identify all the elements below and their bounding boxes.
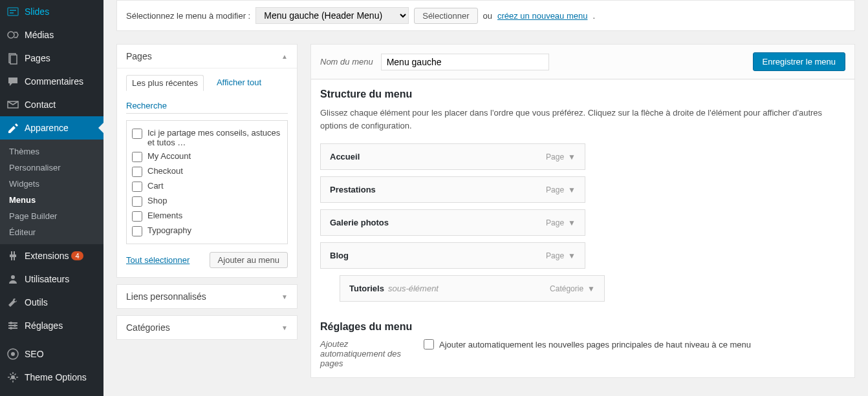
menu-item-blog[interactable]: Blog Page▼: [320, 242, 585, 269]
sidebar-item-slides[interactable]: Slides: [0, 0, 103, 23]
sidebar-item-label: Médias: [25, 30, 54, 40]
slides-icon: [6, 5, 19, 18]
menu-select-row: Sélectionnez le menu à modifier : Menu g…: [116, 0, 855, 31]
page-checkbox[interactable]: [132, 129, 142, 139]
svg-point-15: [11, 352, 15, 356]
sidebar-item-media[interactable]: Médias: [0, 23, 103, 47]
page-checkbox[interactable]: [132, 211, 142, 222]
page-checkbox[interactable]: [132, 167, 142, 177]
sidebar-item-contact[interactable]: Contact: [0, 93, 103, 116]
sidebar-item-seo[interactable]: SEO: [0, 342, 103, 366]
pages-panel-title: Pages: [126, 51, 152, 61]
auto-add-checkbox-label[interactable]: Ajouter automatiquement les nouvelles pa…: [424, 339, 751, 349]
pages-icon: [6, 52, 19, 65]
sidebar-item-label: Apparence: [25, 123, 69, 133]
menu-select-label: Sélectionnez le menu à modifier :: [126, 11, 250, 21]
structure-title: Structure du menu: [320, 89, 845, 100]
chevron-down-icon[interactable]: ▼: [568, 185, 576, 194]
sidebar-item-label: Utilisateurs: [25, 274, 69, 284]
sidebar-item-theme-options[interactable]: Theme Options: [0, 366, 103, 389]
submenu-menus[interactable]: Menus: [0, 192, 103, 208]
auto-add-checkbox[interactable]: [424, 339, 434, 349]
tab-recent[interactable]: Les plus récentes: [126, 75, 204, 91]
categories-panel-title: Catégories: [126, 322, 170, 333]
submenu-themes[interactable]: Thèmes: [0, 143, 103, 160]
settings-title: Réglages du menu: [320, 321, 845, 333]
submenu-editor[interactable]: Éditeur: [0, 224, 103, 240]
pages-tabs: Les plus récentes Afficher tout Recherch…: [126, 75, 288, 114]
links-panel-header[interactable]: Liens personnalisés ▼: [117, 285, 297, 308]
sidebar-item-appearance[interactable]: Apparence: [0, 116, 103, 140]
accordion-column: Pages ▲ Les plus récentes Afficher tout …: [116, 44, 298, 378]
sidebar-item-users[interactable]: Utilisateurs: [0, 267, 103, 291]
pages-checklist[interactable]: Ici je partage mes conseils, astuces et …: [126, 120, 288, 244]
page-checkbox[interactable]: [132, 182, 142, 192]
menu-name-label: Nom du menu: [320, 57, 373, 67]
tab-search[interactable]: Recherche: [126, 98, 172, 113]
add-to-menu-button[interactable]: Ajouter au menu: [210, 252, 288, 268]
chevron-down-icon[interactable]: ▼: [568, 251, 576, 260]
save-menu-button[interactable]: Enregistrer le menu: [753, 52, 845, 71]
caret-down-icon: ▼: [281, 324, 288, 331]
svg-point-13: [10, 327, 12, 329]
svg-point-11: [10, 322, 12, 324]
page-item[interactable]: Cart: [132, 179, 282, 194]
categories-panel-header[interactable]: Catégories ▼: [117, 316, 297, 339]
page-checkbox[interactable]: [132, 196, 142, 207]
menu-item-galerie[interactable]: Galerie photos Page▼: [320, 209, 585, 236]
create-menu-link[interactable]: créez un nouveau menu: [497, 11, 587, 21]
menu-item-tutoriels[interactable]: Tutorielssous-élément Catégorie▼: [340, 275, 605, 302]
sidebar-item-plugins[interactable]: Extensions 4: [0, 244, 103, 267]
settings-icon: [6, 319, 19, 332]
select-all-link[interactable]: Tout sélectionner: [126, 255, 190, 265]
page-item[interactable]: My Account: [132, 149, 282, 164]
page-checkbox[interactable]: [132, 152, 142, 162]
categories-panel: Catégories ▼: [116, 315, 298, 340]
page-item[interactable]: Typography: [132, 224, 282, 238]
sidebar-item-tools[interactable]: Outils: [0, 291, 103, 314]
chevron-down-icon[interactable]: ▼: [587, 284, 595, 293]
sidebar-item-pages[interactable]: Pages: [0, 47, 103, 70]
tools-icon: [6, 296, 19, 309]
media-icon: [6, 28, 19, 41]
sidebar-item-label: Contact: [25, 99, 56, 110]
sidebar-item-label: SEO: [25, 349, 44, 359]
appearance-submenu: Thèmes Personnaliser Widgets Menus Page …: [0, 140, 103, 244]
page-item[interactable]: Ici je partage mes conseils, astuces et …: [132, 126, 282, 149]
page-item[interactable]: Checkout: [132, 164, 282, 179]
svg-rect-0: [8, 8, 18, 16]
pages-panel-header[interactable]: Pages ▲: [117, 45, 297, 68]
menu-item-accueil[interactable]: Accueil Page▼: [320, 143, 585, 170]
contact-icon: [6, 98, 19, 111]
seo-icon: [6, 348, 19, 360]
svg-rect-2: [10, 12, 14, 14]
menu-item-prestations[interactable]: Prestations Page▼: [320, 176, 585, 203]
page-checkbox[interactable]: [132, 226, 142, 236]
menu-select-dropdown[interactable]: Menu gauche (Header Menu): [255, 7, 409, 24]
structure-description: Glissez chaque élément pour les placer d…: [320, 107, 845, 132]
svg-rect-5: [10, 55, 17, 64]
sidebar-item-label: Réglages: [25, 320, 63, 331]
svg-point-3: [8, 32, 14, 38]
svg-point-12: [14, 324, 16, 327]
sidebar-item-settings[interactable]: Réglages: [0, 314, 103, 337]
sidebar-item-label: Outils: [25, 297, 48, 307]
plugins-icon: [6, 249, 19, 262]
page-item[interactable]: Elements: [132, 209, 282, 224]
tab-all[interactable]: Afficher tout: [212, 75, 266, 90]
sidebar-item-comments[interactable]: Commentaires: [0, 70, 103, 93]
auto-add-row: Ajoutez automatiquement des pages Ajoute…: [320, 339, 845, 368]
page-item[interactable]: Shop: [132, 194, 282, 209]
menu-name-input[interactable]: [381, 54, 549, 70]
chevron-down-icon[interactable]: ▼: [568, 152, 576, 162]
plugins-badge: 4: [71, 251, 83, 260]
submenu-widgets[interactable]: Widgets: [0, 176, 103, 192]
links-panel: Liens personnalisés ▼: [116, 284, 298, 309]
chevron-down-icon[interactable]: ▼: [568, 218, 576, 227]
menu-select-button[interactable]: Sélectionner: [414, 8, 477, 24]
sidebar-item-label: Extensions: [25, 251, 69, 261]
pages-panel: Pages ▲ Les plus récentes Afficher tout …: [116, 44, 298, 278]
comments-icon: [6, 75, 19, 88]
submenu-page-builder[interactable]: Page Builder: [0, 208, 103, 224]
submenu-customize[interactable]: Personnaliser: [0, 160, 103, 176]
